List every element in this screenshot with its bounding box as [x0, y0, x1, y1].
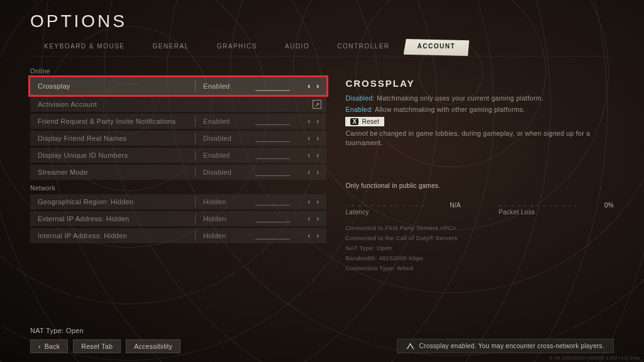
desc-disabled: Disabled: Matchmaking only uses your cur…: [345, 94, 614, 103]
row-value: Hidden: [203, 198, 226, 206]
chevron-left-icon[interactable]: ‹: [305, 151, 313, 159]
chat-icon: [406, 343, 414, 349]
row-label: Streamer Mode: [38, 168, 195, 176]
external-link-icon: ↗: [313, 100, 321, 109]
chevron-right-icon[interactable]: ›: [314, 118, 321, 125]
desc-enabled: Enabled: Allow matchmaking with other ga…: [345, 105, 614, 114]
nat-type-footer: NAT Type: Open: [30, 327, 84, 334]
latency-label: Latency: [345, 209, 460, 216]
build-version: 8.40.10022829 [40005-1302+11] 1mu: [550, 355, 640, 361]
row-value: Disabled: [203, 134, 231, 142]
tab-audio[interactable]: AUDIO: [271, 39, 323, 56]
row-internal-ip[interactable]: Internal IP Address: Hidden Hidden ‹›: [30, 228, 326, 243]
accessibility-button[interactable]: Accessibility: [126, 339, 180, 353]
detail-title: CROSSPLAY: [345, 78, 614, 89]
row-friend-request-notifications[interactable]: Friend Request & Party Invite Notificati…: [30, 114, 326, 129]
crossplay-toast: Crossplay enabled. You may encounter cro…: [397, 339, 614, 353]
row-display-real-names[interactable]: Display Friend Real Names Disabled ‹›: [30, 131, 326, 146]
row-value: Hidden: [203, 232, 226, 239]
packet-loss-label: Packet Loss: [499, 209, 614, 216]
settings-list: Online Crossplay Enabled ‹ › Activision …: [30, 63, 326, 337]
page-title: OPTIONS: [30, 11, 127, 31]
chevron-right-icon[interactable]: ›: [314, 151, 321, 159]
value-bar: [255, 175, 290, 177]
tabs-bar: KEYBOARD & MOUSE GENERAL GRAPHICS AUDIO …: [30, 39, 614, 57]
row-label: Crossplay: [38, 82, 195, 90]
row-label: Internal IP Address: Hidden: [38, 232, 195, 239]
chevron-left-icon[interactable]: ‹: [305, 232, 313, 239]
chevron-left-icon[interactable]: ‹: [305, 118, 313, 125]
section-network: Network: [30, 185, 326, 192]
chevron-right-icon[interactable]: ›: [314, 215, 321, 222]
restriction-text: Cannot be changed in game lobbies, durin…: [345, 129, 614, 147]
chevron-left-icon[interactable]: ‹: [305, 198, 313, 206]
reset-button[interactable]: X Reset: [345, 117, 384, 126]
connection-info: Connected to First Party Servers <PC> Co…: [345, 223, 614, 274]
keycap-x: X: [350, 118, 358, 125]
value-bar: [255, 141, 290, 143]
chevron-left-icon[interactable]: ‹: [305, 134, 313, 142]
tab-account[interactable]: ACCOUNT: [404, 39, 470, 56]
network-stats: - - - - - - - - - - - - - N/A Latency - …: [345, 202, 614, 216]
row-display-unique-id[interactable]: Display Unique ID Numbers Enabled ‹›: [30, 148, 326, 163]
row-geographical-region[interactable]: Geographical Region: Hidden Hidden ‹›: [30, 194, 326, 209]
chevron-right-icon[interactable]: ›: [314, 198, 321, 206]
row-label: Activision Account: [38, 101, 195, 108]
value-bar: [255, 158, 290, 160]
row-external-ip[interactable]: External IP Address: Hidden Hidden ‹›: [30, 211, 326, 226]
tab-general[interactable]: GENERAL: [138, 39, 203, 56]
back-button[interactable]: ‹ Back: [30, 339, 68, 353]
row-value: Hidden: [203, 215, 226, 222]
chevron-right-icon[interactable]: ›: [314, 168, 321, 176]
row-activision-account[interactable]: Activision Account ↗: [30, 97, 326, 112]
reset-label: Reset: [362, 118, 379, 125]
row-value: Enabled: [203, 151, 230, 159]
chevron-left-icon: ‹: [38, 343, 41, 350]
row-label: External IP Address: Hidden: [38, 215, 195, 222]
value-bar: [255, 124, 290, 126]
chevron-left-icon[interactable]: ‹: [305, 215, 313, 222]
section-online: Online: [30, 68, 326, 75]
chevron-right-icon[interactable]: ›: [314, 232, 321, 239]
detail-panel: CROSSPLAY Disabled: Matchmaking only use…: [345, 63, 614, 337]
row-label: Friend Request & Party Invite Notificati…: [38, 118, 195, 125]
row-value: Enabled: [203, 118, 230, 125]
functional-note: Only functional in public games.: [345, 182, 614, 189]
tab-keyboard-mouse[interactable]: KEYBOARD & MOUSE: [30, 39, 138, 56]
tab-graphics[interactable]: GRAPHICS: [203, 39, 271, 56]
value-bar: [255, 205, 290, 206]
value-bar: [255, 90, 290, 91]
row-crossplay[interactable]: Crossplay Enabled ‹ ›: [30, 77, 326, 95]
tab-controller[interactable]: CONTROLLER: [323, 39, 403, 56]
chevron-left-icon[interactable]: ‹: [305, 82, 313, 90]
row-value: Disabled: [203, 168, 231, 176]
row-streamer-mode[interactable]: Streamer Mode Disabled ‹›: [30, 165, 326, 180]
row-label: Display Friend Real Names: [38, 134, 195, 142]
row-label: Display Unique ID Numbers: [38, 151, 195, 159]
chevron-right-icon[interactable]: ›: [314, 82, 321, 90]
chevron-right-icon[interactable]: ›: [314, 134, 321, 142]
reset-tab-button[interactable]: Reset Tab: [73, 339, 121, 353]
row-value: Enabled: [203, 82, 230, 90]
row-label: Geographical Region: Hidden: [38, 198, 195, 206]
chevron-left-icon[interactable]: ‹: [305, 168, 313, 176]
value-bar: [255, 239, 290, 240]
value-bar: [255, 222, 290, 223]
